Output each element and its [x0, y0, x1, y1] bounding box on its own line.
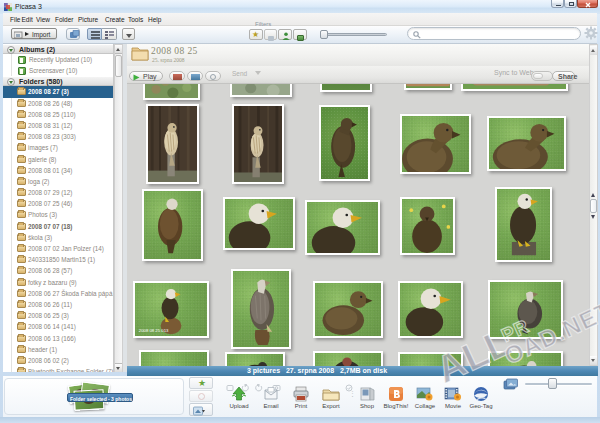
svg-text:2008 08 25 013: 2008 08 25 013	[139, 328, 169, 333]
